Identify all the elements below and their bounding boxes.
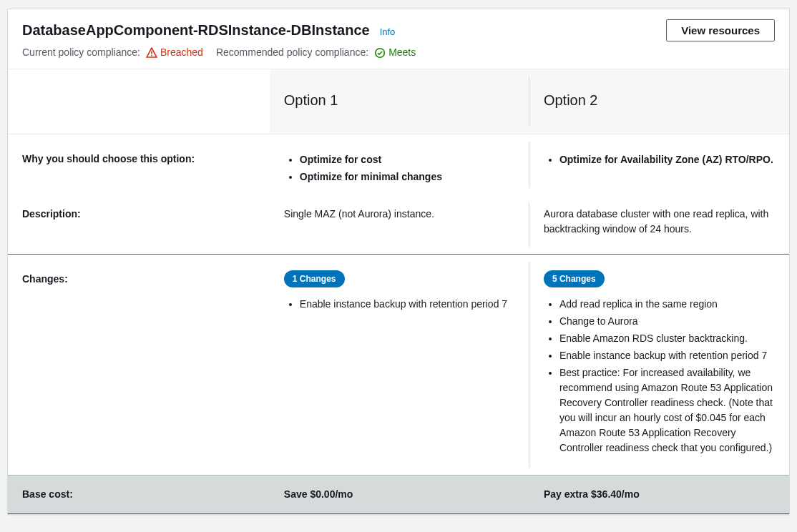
check-circle-icon xyxy=(374,47,386,59)
list-item: Optimize for minimal changes xyxy=(300,169,515,184)
info-link[interactable]: Info xyxy=(380,25,396,39)
option1-description: Single MAZ (not Aurora) instance. xyxy=(270,195,529,254)
list-item: Enable instance backup with retention pe… xyxy=(559,348,775,363)
changes-label: Changes xyxy=(22,273,64,285)
row-why: Why you should choose this option: Optim… xyxy=(8,134,789,196)
page-title: DatabaseAppComponent-RDSInstance-DBInsta… xyxy=(22,19,370,41)
warning-triangle-icon xyxy=(146,47,157,59)
view-resources-button[interactable]: View resources xyxy=(666,19,775,41)
description-label: Description xyxy=(22,208,77,220)
current-compliance-label: Current policy compliance: xyxy=(22,45,140,60)
option1-changes-list: Enable instance backup with retention pe… xyxy=(284,297,515,312)
list-item: Optimize for Availability Zone (AZ) RTO/… xyxy=(559,152,775,167)
current-compliance-status: Breached xyxy=(146,45,203,60)
option1-why-list: Optimize for costOptimize for minimal ch… xyxy=(284,152,515,184)
option2-header: Option 2 xyxy=(529,69,789,134)
row-description: Description: Single MAZ (not Aurora) ins… xyxy=(8,195,789,254)
option2-changes-list: Add read replica in the same regionChang… xyxy=(544,297,775,455)
recommended-compliance-status: Meets xyxy=(374,45,416,60)
option2-description: Aurora database cluster with one read re… xyxy=(529,195,789,254)
options-table: Option 1 Option 2 Why you should choose … xyxy=(8,69,789,514)
why-label: Why you should choose this option xyxy=(22,153,191,164)
list-item: Optimize for cost xyxy=(300,152,515,167)
panel-header: DatabaseAppComponent-RDSInstance-DBInsta… xyxy=(8,9,789,69)
row-base-cost: Base cost: Save $0.00/mo Pay extra $36.4… xyxy=(8,476,789,514)
option1-changes-badge: 1 Changes xyxy=(284,270,345,287)
option1-header: Option 1 xyxy=(270,69,529,134)
recommended-compliance-label: Recommended policy compliance: xyxy=(216,45,368,60)
row-changes: Changes: 1 Changes Enable instance backu… xyxy=(8,255,789,476)
list-item: Change to Aurora xyxy=(559,314,775,329)
list-item: Enable Amazon RDS cluster backtracking. xyxy=(559,331,775,346)
option2-changes-badge: 5 Changes xyxy=(544,270,605,287)
resource-panel: DatabaseAppComponent-RDSInstance-DBInsta… xyxy=(7,9,790,515)
option2-base-cost: Pay extra $36.40/mo xyxy=(529,476,789,514)
option2-why-list: Optimize for Availability Zone (AZ) RTO/… xyxy=(544,152,775,167)
list-item: Best practice: For increased availabilit… xyxy=(559,365,775,455)
base-cost-label: Base cost xyxy=(22,488,69,500)
list-item: Add read replica in the same region xyxy=(559,297,775,312)
list-item: Enable instance backup with retention pe… xyxy=(300,297,515,312)
svg-point-1 xyxy=(151,54,152,56)
option1-base-cost: Save $0.00/mo xyxy=(270,476,529,514)
